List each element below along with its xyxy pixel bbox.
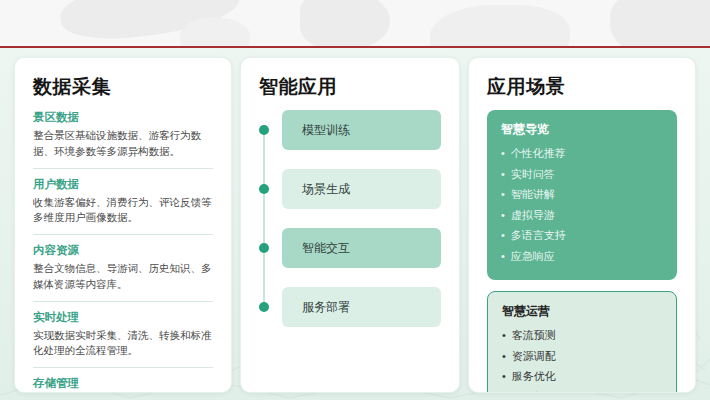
bullet-icon: • [501,250,505,262]
section-label: 内容资源 [33,243,213,258]
data-collection-title: 数据采集 [33,74,213,100]
application-scenarios-card: 应用场景 智慧导览 • 个性化推荐 • 实时问答 • 智能讲解 • 虚拟导游 •… [468,57,696,393]
list-item-label: 多语言支持 [511,228,566,243]
list-item-label: 虚拟导游 [511,208,555,223]
timeline-dot [259,125,269,135]
timeline-connector-line [263,130,265,308]
data-section-storage: 存储管理 构建分布式数据存储架构，确保数据的安全性、可用性和可扩展性。 [33,376,213,393]
section-text: 整合景区基础设施数据、游客行为数据、环境参数等多源异构数据。 [33,128,213,160]
timeline-dot [259,243,269,253]
timeline-step-scene-generation: 场景生成 [259,169,441,209]
section-label: 用户数据 [33,177,213,192]
data-section-scenic: 景区数据 整合景区基础设施数据、游客行为数据、环境参数等多源异构数据。 [33,110,213,160]
bullet-icon: • [502,370,506,382]
timeline-dot [259,302,269,312]
bullet-icon: • [502,350,506,362]
slide-body: 数据采集 景区数据 整合景区基础设施数据、游客行为数据、环境参数等多源异构数据。… [0,48,710,400]
list-item: • 客流预测 [502,328,662,343]
bullet-icon: • [501,188,505,200]
list-item-label: 客流预测 [512,328,556,343]
section-divider [33,301,213,302]
section-text: 整合文物信息、导游词、历史知识、多媒体资源等内容库。 [33,261,213,293]
list-item-label: 实时问答 [511,167,555,182]
list-item: • 多语言支持 [501,228,663,243]
timeline-step-bar: 模型训练 [282,110,441,150]
smart-operations-card: 智慧运营 • 客流预测 • 资源调配 • 服务优化 • 体验提升 • 安全管理 [487,291,677,393]
list-item: • 资源调配 [502,349,662,364]
map-landmass-shape [300,0,390,46]
application-scenarios-title: 应用场景 [487,74,677,100]
intelligent-application-card: 智能应用 模型训练 场景生成 智能交互 服务部署 [240,57,460,393]
list-item-label: 个性化推荐 [511,146,566,161]
bullet-icon: • [502,391,506,394]
bullet-icon: • [501,168,505,180]
map-landmass-shape [180,18,250,46]
list-item-label: 智能讲解 [511,187,555,202]
list-item: • 虚拟导游 [501,208,663,223]
timeline-step-bar: 服务部署 [282,287,441,327]
bullet-icon: • [501,209,505,221]
world-map-banner [0,0,710,46]
smart-guide-card: 智慧导览 • 个性化推荐 • 实时问答 • 智能讲解 • 虚拟导游 • 多语言支… [487,110,677,280]
data-section-content: 内容资源 整合文物信息、导游词、历史知识、多媒体资源等内容库。 [33,243,213,293]
smart-operations-title: 智慧运营 [502,303,662,320]
data-section-realtime: 实时处理 实现数据实时采集、清洗、转换和标准化处理的全流程管理。 [33,310,213,360]
section-divider [33,234,213,235]
list-item-label: 服务优化 [512,369,556,384]
section-label: 存储管理 [33,376,213,391]
intelligent-application-title: 智能应用 [259,74,441,100]
list-item-label: 应急响应 [511,249,555,264]
section-label: 景区数据 [33,110,213,125]
list-item: • 实时问答 [501,167,663,182]
section-divider [33,367,213,368]
data-section-user: 用户数据 收集游客偏好、消费行为、评论反馈等多维度用户画像数据。 [33,177,213,227]
list-item: • 应急响应 [501,249,663,264]
timeline-dot [259,184,269,194]
timeline-step-bar: 智能交互 [282,228,441,268]
bullet-icon: • [501,147,505,159]
list-item: • 智能讲解 [501,187,663,202]
application-timeline: 模型训练 场景生成 智能交互 服务部署 [259,110,441,327]
smart-guide-title: 智慧导览 [501,121,663,138]
list-item-label: 资源调配 [512,349,556,364]
section-label: 实时处理 [33,310,213,325]
map-landmass-shape [430,5,570,46]
bullet-icon: • [501,229,505,241]
timeline-step-model-training: 模型训练 [259,110,441,150]
section-text: 收集游客偏好、消费行为、评论反馈等多维度用户画像数据。 [33,195,213,227]
bullet-icon: • [502,329,506,341]
list-item: • 服务优化 [502,369,662,384]
list-item: • 体验提升 [502,390,662,394]
list-item: • 个性化推荐 [501,146,663,161]
timeline-step-service-deployment: 服务部署 [259,287,441,327]
map-landmass-shape [610,0,710,46]
list-item-label: 体验提升 [512,390,556,394]
data-collection-card: 数据采集 景区数据 整合景区基础设施数据、游客行为数据、环境参数等多源异构数据。… [14,57,232,393]
timeline-step-bar: 场景生成 [282,169,441,209]
section-text: 实现数据实时采集、清洗、转换和标准化处理的全流程管理。 [33,328,213,360]
section-divider [33,168,213,169]
timeline-step-intelligent-interaction: 智能交互 [259,228,441,268]
